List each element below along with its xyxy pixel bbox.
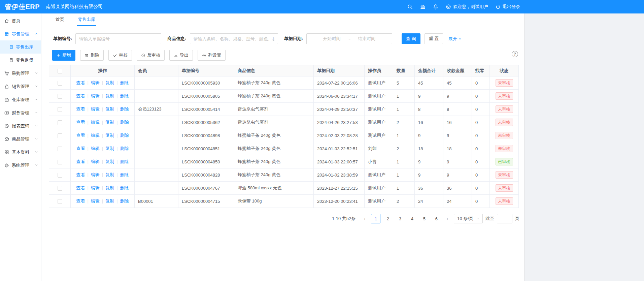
sidebar-group-basic-data[interactable]: 基本资料 — [0, 146, 41, 159]
power-icon — [496, 4, 501, 9]
row-action-edit[interactable]: 编辑 — [91, 172, 100, 177]
export-button[interactable]: 导出 — [169, 50, 193, 61]
search-button[interactable]: 查 询 — [402, 33, 420, 44]
row-checkbox[interactable] — [58, 186, 62, 191]
row-action-edit[interactable]: 编辑 — [91, 133, 100, 138]
page-button-2[interactable]: 2 — [383, 214, 393, 223]
row-checkbox[interactable] — [58, 160, 62, 164]
row-action-delete[interactable]: 删除 — [120, 198, 129, 204]
user-menu[interactable]: 欢迎您，测试用户 — [446, 4, 488, 10]
row-action-view[interactable]: 查看 — [76, 159, 85, 164]
column-settings-button[interactable]: 列设置 — [198, 50, 226, 61]
row-action-view[interactable]: 查看 — [76, 106, 85, 112]
product-info-label: 商品信息: — [167, 36, 186, 42]
row-checkbox[interactable] — [58, 94, 62, 99]
row-checkbox[interactable] — [58, 173, 62, 178]
row-checkbox[interactable] — [58, 81, 62, 86]
row-action-edit[interactable]: 编辑 — [91, 198, 100, 204]
row-action-view[interactable]: 查看 — [76, 146, 85, 151]
row-action-delete[interactable]: 删除 — [120, 93, 129, 98]
row-action-view[interactable]: 查看 — [76, 133, 85, 138]
sidebar-group-sales[interactable]: 销售管理 — [0, 80, 41, 93]
row-action-view[interactable]: 查看 — [76, 172, 85, 177]
row-action-edit[interactable]: 编辑 — [91, 106, 100, 112]
row-action-delete[interactable]: 删除 — [120, 172, 129, 177]
row-action-delete[interactable]: 删除 — [120, 133, 129, 138]
audit-button[interactable]: 审核 — [108, 50, 132, 61]
page-button-4[interactable]: 4 — [407, 214, 417, 223]
row-product: 雷达杀虫气雾剂 — [234, 103, 314, 116]
row-action-delete[interactable]: 删除 — [120, 185, 129, 190]
add-button[interactable]: 新增 — [52, 50, 75, 61]
prev-page-icon[interactable]: ‹ — [361, 214, 368, 223]
sidebar-item-home[interactable]: 首页 — [0, 14, 41, 27]
select-all-checkbox[interactable] — [58, 69, 62, 73]
row-action-copy[interactable]: 复制 — [105, 172, 114, 177]
delete-button[interactable]: 删除 — [80, 50, 104, 61]
row-action-view[interactable]: 查看 — [76, 185, 85, 190]
row-action-copy[interactable]: 复制 — [105, 93, 114, 98]
tab-home[interactable]: 首页 — [55, 13, 65, 26]
row-action-delete[interactable]: 删除 — [120, 120, 129, 125]
row-checkbox[interactable] — [58, 133, 62, 138]
row-action-copy[interactable]: 复制 — [105, 198, 114, 204]
sidebar-group-system[interactable]: 系统管理 — [0, 159, 41, 172]
row-action-view[interactable]: 查看 — [76, 198, 85, 204]
row-action-copy[interactable]: 复制 — [105, 106, 114, 112]
unaudit-button[interactable]: 反审核 — [137, 50, 165, 61]
page-button-6[interactable]: 6 — [432, 214, 441, 223]
gear-icon — [202, 53, 206, 58]
row-action-edit[interactable]: 编辑 — [91, 120, 100, 125]
help-icon[interactable]: ? — [512, 51, 518, 57]
row-checkbox[interactable] — [58, 107, 62, 112]
bell-icon[interactable] — [433, 4, 438, 9]
building-icon[interactable] — [420, 4, 426, 9]
page-button-3[interactable]: 3 — [395, 214, 405, 223]
row-action-delete[interactable]: 删除 — [120, 106, 129, 112]
row-action-delete[interactable]: 删除 — [120, 146, 129, 151]
row-action-edit[interactable]: 编辑 — [91, 80, 100, 85]
page-size-select[interactable]: 10 条/页 — [454, 214, 483, 223]
sidebar-item-retail-outbound[interactable]: 零售出库 — [0, 40, 41, 54]
row-action-copy[interactable]: 复制 — [105, 185, 114, 190]
bill-no-input[interactable] — [75, 33, 161, 44]
row-action-copy[interactable]: 复制 — [105, 133, 114, 138]
row-checkbox-cell — [49, 182, 71, 195]
row-action-copy[interactable]: 复制 — [105, 159, 114, 164]
row-action-copy[interactable]: 复制 — [105, 120, 114, 125]
jump-page-input[interactable] — [497, 214, 512, 223]
expand-link[interactable]: 展开 — [448, 36, 462, 42]
date-range-picker[interactable]: 开始时间 ~ 结束时间 — [306, 33, 392, 44]
tab-retail-outbound[interactable]: 零售出库 — [77, 13, 96, 26]
page-button-5[interactable]: 5 — [419, 214, 429, 223]
row-checkbox[interactable] — [58, 199, 62, 204]
row-action-edit[interactable]: 编辑 — [91, 159, 100, 164]
row-action-edit[interactable]: 编辑 — [91, 185, 100, 190]
row-action-delete[interactable]: 删除 — [120, 159, 129, 164]
sidebar-group-warehouse[interactable]: 仓库管理 — [0, 93, 41, 106]
row-action-view[interactable]: 查看 — [76, 120, 85, 125]
row-action-view[interactable]: 查看 — [76, 93, 85, 98]
next-page-icon[interactable]: › — [444, 214, 451, 223]
row-action-copy[interactable]: 复制 — [105, 80, 114, 85]
row-action-delete[interactable]: 删除 — [120, 80, 129, 85]
page-button-1[interactable]: 1 — [371, 214, 380, 223]
product-info-input[interactable] — [190, 33, 278, 44]
sidebar-group-purchase[interactable]: 采购管理 — [0, 67, 41, 80]
sidebar-group-retail[interactable]: 零售管理 — [0, 27, 41, 40]
sidebar-group-finance[interactable]: 财务管理 — [0, 106, 41, 119]
search-icon[interactable] — [407, 4, 413, 9]
reset-button[interactable]: 重 置 — [425, 33, 443, 44]
logout-button[interactable]: 退出登录 — [496, 4, 520, 10]
row-action-edit[interactable]: 编辑 — [91, 146, 100, 151]
row-action-edit[interactable]: 编辑 — [91, 93, 100, 98]
row-checkbox[interactable] — [58, 147, 62, 151]
sidebar-group-products[interactable]: 商品管理 — [0, 132, 41, 146]
sidebar-item-retail-return[interactable]: 零售退货 — [0, 54, 41, 67]
sidebar-group-reports[interactable]: 报表查询 — [0, 119, 41, 132]
row-status-cell: 未审核 — [490, 195, 519, 208]
action-separator: | — [116, 93, 117, 98]
row-action-view[interactable]: 查看 — [76, 80, 85, 85]
row-checkbox[interactable] — [58, 120, 62, 125]
row-action-copy[interactable]: 复制 — [105, 146, 114, 151]
